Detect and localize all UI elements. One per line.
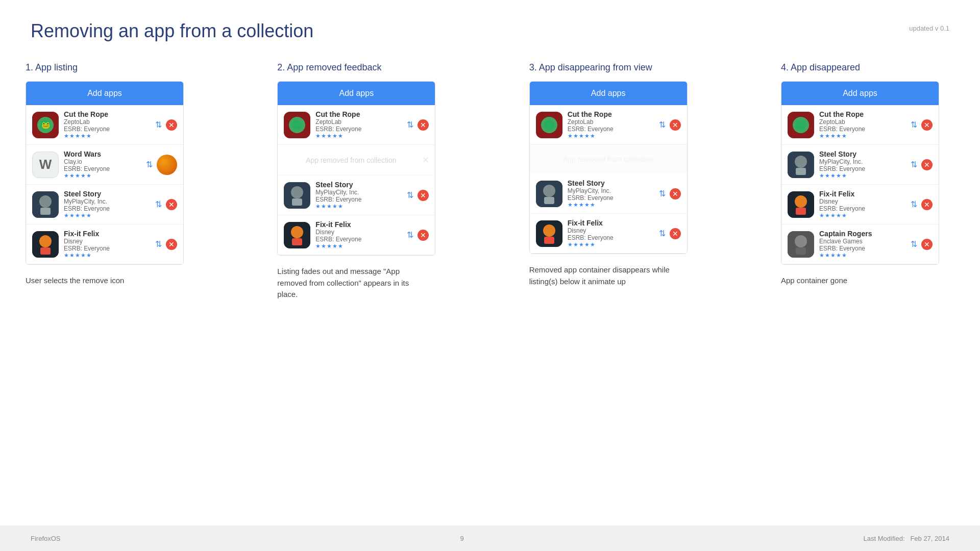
- app-actions: ⇅ ✕: [911, 199, 933, 210]
- sort-icon[interactable]: ⇅: [146, 160, 153, 169]
- app-esrb: ESRB: Everyone: [315, 236, 402, 243]
- sort-icon[interactable]: ⇅: [407, 190, 413, 200]
- step-4-description: App container gone: [781, 275, 934, 287]
- app-icon-cut-rope: 🐸: [32, 112, 59, 138]
- app-info: Captain Rogers Enclave Games ESRB: Every…: [819, 230, 905, 259]
- sort-icon[interactable]: ⇅: [659, 120, 666, 130]
- app-dev: Disney: [64, 238, 150, 245]
- remove-button[interactable]: ✕: [166, 119, 177, 131]
- svg-point-23: [543, 185, 555, 197]
- app-icon-cut-rope: [788, 112, 814, 138]
- remove-button[interactable]: ✕: [166, 199, 177, 210]
- step-1-phone-frame: Add apps 🐸 Cut the Rope ZeptoLab: [26, 81, 184, 265]
- svg-point-32: [795, 156, 807, 168]
- app-stars: ★★★★★: [64, 133, 150, 139]
- sort-icon[interactable]: ⇅: [155, 239, 162, 249]
- step-3-add-apps-button[interactable]: Add apps: [530, 82, 687, 105]
- app-esrb: ESRB: Everyone: [819, 165, 905, 172]
- app-icon-steel-story: [536, 181, 562, 207]
- app-actions: ⇅ ✕: [659, 188, 681, 199]
- app-esrb: ESRB: Everyone: [819, 205, 905, 212]
- page-title: Removing an app from a collection: [0, 0, 980, 52]
- remove-button[interactable]: ✕: [921, 239, 933, 250]
- app-actions: ⇅: [146, 155, 177, 175]
- remove-button[interactable]: ✕: [670, 188, 681, 199]
- step-1-title: 1. App listing: [26, 62, 199, 73]
- remove-button[interactable]: ✕: [418, 230, 429, 241]
- app-actions: ⇅ ✕: [911, 159, 933, 170]
- step-1-description: User selects the remove icon: [26, 275, 179, 287]
- app-actions: ⇅ ✕: [407, 190, 429, 201]
- app-dev: ZeptoLab: [64, 118, 150, 126]
- app-esrb: ESRB: Everyone: [64, 245, 150, 252]
- svg-rect-33: [796, 168, 806, 175]
- app-stars: ★★★★★: [819, 172, 905, 179]
- remove-button[interactable]: ✕: [418, 119, 429, 131]
- app-esrb: ESRB: Everyone: [315, 126, 402, 133]
- sort-icon[interactable]: ⇅: [155, 120, 162, 130]
- table-row: Steel Story MyPlayCity, Inc. ESRB: Every…: [26, 185, 183, 224]
- table-row: Steel Story MyPlayCity, Inc. ESRB: Every…: [530, 174, 687, 214]
- table-row: Cut the Rope ZeptoLab ESRB: Everyone ★★★…: [530, 105, 687, 145]
- sort-icon[interactable]: ⇅: [911, 160, 917, 169]
- app-actions: ⇅ ✕: [659, 119, 681, 131]
- sort-icon[interactable]: ⇅: [407, 230, 413, 240]
- app-dev: ZeptoLab: [568, 118, 654, 126]
- step-1-add-apps-button[interactable]: Add apps: [26, 82, 183, 105]
- sort-icon[interactable]: ⇅: [407, 120, 413, 130]
- step-4-add-apps-button[interactable]: Add apps: [781, 82, 939, 105]
- svg-rect-18: [292, 238, 302, 245]
- step-3-app-list: Cut the Rope ZeptoLab ESRB: Everyone ★★★…: [530, 105, 687, 254]
- app-esrb: ESRB: Everyone: [568, 194, 654, 202]
- app-icon-steel-story: [788, 152, 814, 178]
- app-info: Steel Story MyPlayCity, Inc. ESRB: Every…: [315, 181, 402, 210]
- app-info: Cut the Rope ZeptoLab ESRB: Everyone ★★★…: [315, 110, 402, 139]
- svg-rect-27: [544, 237, 554, 244]
- svg-point-30: [796, 120, 806, 130]
- sort-icon[interactable]: ⇅: [155, 199, 162, 209]
- remove-button[interactable]: ✕: [921, 159, 933, 170]
- app-stars: ★★★★★: [64, 212, 150, 219]
- app-info-cut-rope: Cut the Rope ZeptoLab ESRB: Everyone ★★★…: [64, 110, 150, 139]
- remove-button[interactable]: ✕: [921, 199, 933, 210]
- app-stars: ★★★★★: [315, 203, 402, 210]
- sort-icon[interactable]: ⇅: [911, 120, 917, 130]
- remove-button[interactable]: ✕: [670, 228, 681, 239]
- sort-icon[interactable]: ⇅: [911, 199, 917, 209]
- app-icon-steel-story: [32, 191, 59, 218]
- remove-button[interactable]: ✕: [418, 190, 429, 201]
- sort-icon[interactable]: ⇅: [659, 189, 666, 198]
- table-row: Fix-it Felix Disney ESRB: Everyone ★★★★★…: [530, 214, 687, 254]
- app-actions: ⇅ ✕: [659, 228, 681, 239]
- svg-point-21: [544, 120, 554, 130]
- table-row: Fix-it Felix Disney ESRB: Everyone ★★★★★…: [781, 185, 939, 224]
- version-label: updated v 0.1: [909, 24, 949, 32]
- app-esrb: ESRB: Everyone: [819, 126, 905, 133]
- remove-button[interactable]: ✕: [921, 119, 933, 131]
- app-removed-feedback-row: App removed from collection ✕: [278, 145, 435, 176]
- app-removed-message: App removed from collection: [284, 156, 418, 164]
- svg-point-5: [39, 195, 52, 208]
- app-dev: Enclave Games: [819, 238, 905, 245]
- app-name: Cut the Rope: [315, 110, 402, 118]
- sort-icon[interactable]: ⇅: [911, 239, 917, 249]
- sort-icon[interactable]: ⇅: [659, 229, 666, 238]
- main-content: 1. App listing Add apps 🐸 Cut the: [0, 52, 980, 311]
- app-info: Fix-it Felix Disney ESRB: Everyone ★★★★★: [819, 190, 905, 219]
- app-removed-message-faded: App removed from collection: [536, 155, 681, 163]
- app-stars: ★★★★★: [819, 133, 905, 139]
- app-esrb: ESRB: Everyone: [315, 196, 402, 203]
- app-esrb: ESRB: Everyone: [568, 234, 654, 241]
- app-name: Word Wars: [64, 150, 141, 158]
- remove-button[interactable]: ✕: [166, 239, 177, 250]
- step-2-add-apps-button[interactable]: Add apps: [278, 82, 435, 105]
- step-2-phone-frame: Add apps Cut the Rope ZeptoLab ESRB: [277, 81, 435, 256]
- step-1-column: 1. App listing Add apps 🐸 Cut the: [26, 62, 199, 300]
- remove-button[interactable]: ✕: [670, 119, 681, 131]
- step-3-title: 3. App disappearing from view: [529, 62, 703, 73]
- app-info: Cut the Rope ZeptoLab ESRB: Everyone ★★★…: [568, 110, 654, 139]
- app-info: Cut the Rope ZeptoLab ESRB: Everyone ★★★…: [819, 110, 905, 139]
- app-removed-disappearing-row: App removed from collection: [530, 145, 687, 174]
- app-icon-cut-rope: [536, 112, 562, 138]
- app-dev: Disney: [568, 227, 654, 234]
